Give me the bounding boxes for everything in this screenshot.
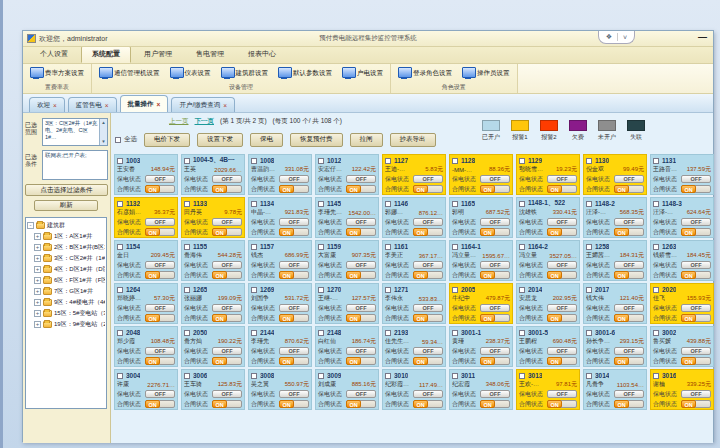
refresh-button[interactable]: 刷新 [34, 200, 98, 211]
card-checkbox[interactable] [117, 244, 123, 250]
card-checkbox[interactable] [653, 201, 659, 207]
card-checkbox[interactable] [653, 158, 659, 164]
card-checkbox[interactable] [385, 244, 391, 250]
select-all[interactable]: 全选 [115, 135, 137, 144]
power-protect-toggle[interactable]: OFF [413, 347, 443, 355]
expand-icon[interactable]: + [34, 244, 41, 251]
switch-state-toggle[interactable]: ON [346, 357, 376, 365]
meter-card[interactable]: 3004许康2276.71…保电状态OFF合闸状态ON [114, 369, 178, 410]
switch-state-toggle[interactable]: ON [346, 314, 376, 322]
chevron-down-icon[interactable]: ˅ [623, 34, 627, 41]
toolbar-button[interactable]: 恢复预付费 [290, 133, 343, 147]
meter-card[interactable]: 1127王迪-…5.83元保电状态OFF合闸状态ON [382, 154, 446, 195]
switch-state-toggle[interactable]: ON [212, 271, 242, 279]
switch-state-toggle[interactable]: ON [279, 357, 309, 365]
meter-card[interactable]: 1264郑晓婷…57.30元保电状态OFF合闸状态ON [114, 283, 178, 324]
skin-switcher[interactable]: ❖ ˅ [598, 31, 635, 44]
meter-card[interactable]: 2048郑少霞108.48元保电状态OFF合闸状态ON [114, 326, 178, 367]
switch-state-toggle[interactable]: ON [145, 185, 175, 193]
meter-card[interactable]: 1263钱娇雪…184.45元保电状态OFF合闸状态ON [650, 240, 714, 281]
scroll-down-icon[interactable]: ▼ [101, 138, 105, 145]
switch-state-toggle[interactable]: ON [413, 228, 443, 236]
power-protect-toggle[interactable]: OFF [547, 261, 577, 269]
meter-card[interactable]: 1003王安春148.94元保电状态OFF合闸状态ON [114, 154, 178, 195]
switch-state-toggle[interactable]: ON [480, 314, 510, 322]
tree-item[interactable]: +4区：D区1#井（D区1… [27, 264, 105, 275]
ribbon-button[interactable]: 建筑群设置 [218, 65, 272, 82]
switch-state-toggle[interactable]: ON [279, 228, 309, 236]
power-protect-toggle[interactable]: OFF [681, 218, 711, 226]
switch-state-toggle[interactable]: ON [614, 400, 644, 408]
expand-icon[interactable]: + [34, 310, 41, 317]
tree-item[interactable]: +3区：C区2#井（1#充… [27, 253, 105, 264]
meter-card[interactable]: 3006王车骑125.83元保电状态OFF合闸状态ON [181, 369, 245, 410]
theme-icon[interactable]: ❖ [606, 33, 612, 41]
meter-card[interactable]: 2144李瑾先870.62元保电状态OFF合闸状态ON [248, 326, 312, 367]
meter-card[interactable]: 3016谢楠339.25元保电状态OFF合闸状态ON [650, 369, 714, 410]
meter-card[interactable]: 3009刘成康885.16元保电状态OFF合闸状态ON [315, 369, 379, 410]
power-protect-toggle[interactable]: OFF [681, 304, 711, 312]
power-protect-toggle[interactable]: OFF [480, 347, 510, 355]
menu-item[interactable]: 报表中心 [237, 46, 287, 63]
power-protect-toggle[interactable]: OFF [480, 390, 510, 398]
toolbar-button[interactable]: 保电 [250, 133, 283, 147]
meter-card[interactable]: 3001-6孙长争…293.15元保电状态OFF合闸状态ON [583, 326, 647, 367]
card-checkbox[interactable] [519, 201, 525, 207]
power-protect-toggle[interactable]: OFF [614, 347, 644, 355]
switch-state-toggle[interactable]: ON [413, 400, 443, 408]
meter-card[interactable]: 1270王继-…127.57元保电状态OFF合闸状态ON [315, 283, 379, 324]
power-protect-toggle[interactable]: OFF [346, 261, 376, 269]
card-checkbox[interactable] [653, 330, 659, 336]
card-checkbox[interactable] [117, 330, 123, 336]
power-protect-toggle[interactable]: OFF [681, 261, 711, 269]
power-protect-toggle[interactable]: OFF [547, 390, 577, 398]
power-protect-toggle[interactable]: OFF [614, 261, 644, 269]
close-icon[interactable]: × [157, 101, 161, 108]
power-protect-toggle[interactable]: OFF [212, 261, 242, 269]
switch-state-toggle[interactable]: ON [681, 185, 711, 193]
power-protect-toggle[interactable]: OFF [346, 218, 376, 226]
power-protect-toggle[interactable]: OFF [614, 175, 644, 183]
expand-icon[interactable]: + [34, 277, 41, 284]
meter-card[interactable]: 1145李瑾先…1542.00…保电状态OFF合闸状态ON [315, 197, 379, 238]
card-checkbox[interactable] [184, 330, 190, 336]
meter-card[interactable]: 1161李美正367.17…保电状态OFF合闸状态ON [382, 240, 446, 281]
switch-state-toggle[interactable]: ON [346, 185, 376, 193]
switch-state-toggle[interactable]: ON [346, 228, 376, 236]
switch-state-toggle[interactable]: ON [547, 228, 577, 236]
card-checkbox[interactable] [117, 158, 123, 164]
switch-state-toggle[interactable]: ON [413, 185, 443, 193]
prev-page-link[interactable]: 上一页 [169, 117, 189, 126]
meter-card[interactable]: 2148白红仙186.74元保电状态OFF合闸状态ON [315, 326, 379, 367]
switch-state-toggle[interactable]: ON [145, 357, 175, 365]
switch-state-toggle[interactable]: ON [681, 400, 711, 408]
switch-state-toggle[interactable]: ON [145, 228, 175, 236]
switch-state-toggle[interactable]: ON [279, 314, 309, 322]
card-checkbox[interactable] [318, 244, 324, 250]
card-checkbox[interactable] [519, 373, 525, 379]
power-protect-toggle[interactable]: OFF [212, 304, 242, 312]
switch-state-toggle[interactable]: ON [614, 314, 644, 322]
power-protect-toggle[interactable]: OFF [279, 347, 309, 355]
ribbon-button[interactable]: 费率方案设置 [27, 65, 87, 82]
card-checkbox[interactable] [251, 244, 257, 250]
card-checkbox[interactable] [586, 158, 592, 164]
meter-card[interactable]: 1154金日209.45元保电状态OFF合闸状态ON [114, 240, 178, 281]
card-checkbox[interactable] [117, 201, 123, 207]
power-protect-toggle[interactable]: OFF [547, 347, 577, 355]
power-protect-toggle[interactable]: OFF [145, 347, 175, 355]
ribbon-button[interactable]: 户电设置 [339, 65, 386, 82]
card-checkbox[interactable] [385, 330, 391, 336]
power-protect-toggle[interactable]: OFF [346, 175, 376, 183]
switch-state-toggle[interactable]: ON [212, 185, 242, 193]
switch-state-toggle[interactable]: ON [346, 271, 376, 279]
power-protect-toggle[interactable]: OFF [279, 261, 309, 269]
minimize-button[interactable]: — [698, 32, 707, 42]
switch-state-toggle[interactable]: ON [614, 271, 644, 279]
meter-card[interactable]: 1134申晶-…921.83元保电状态OFF合闸状态ON [248, 197, 312, 238]
meter-card[interactable]: 1269刘国争531.72元保电状态OFF合闸状态ON [248, 283, 312, 324]
meter-card[interactable]: 1164-2冯立量3527.05…保电状态OFF合闸状态ON [516, 240, 580, 281]
expand-icon[interactable]: + [34, 321, 41, 328]
meter-card[interactable]: 1148-1、522沈雄铁330.41元保电状态OFF合闸状态ON [516, 197, 580, 238]
card-checkbox[interactable] [184, 287, 190, 293]
